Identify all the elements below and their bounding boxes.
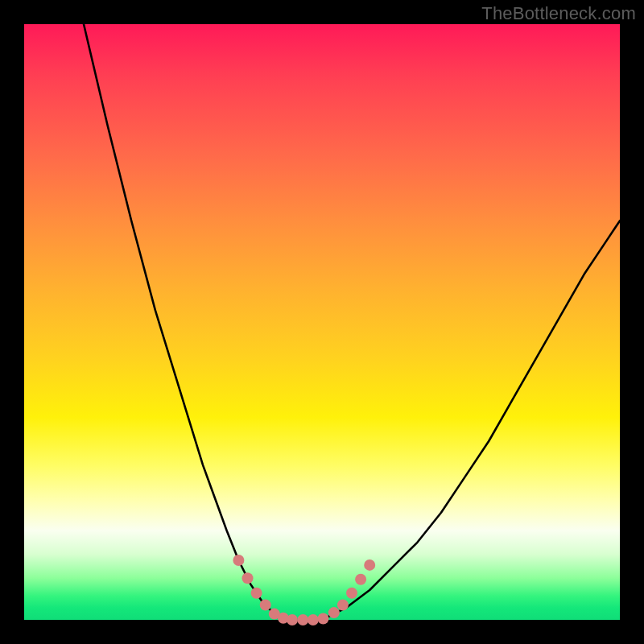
curve-curve-left bbox=[84, 24, 287, 620]
chart-svg bbox=[24, 24, 620, 620]
highlight-dot bbox=[355, 574, 366, 585]
highlight-dot bbox=[346, 588, 357, 599]
highlight-dot bbox=[297, 614, 308, 625]
highlight-dot bbox=[308, 614, 319, 625]
highlight-dot bbox=[328, 607, 340, 618]
highlight-dot bbox=[242, 572, 254, 584]
highlight-dot bbox=[337, 600, 349, 611]
chart-frame: TheBottleneck.com bbox=[0, 0, 644, 644]
highlight-dot bbox=[233, 555, 244, 566]
highlight-dot bbox=[287, 614, 298, 625]
highlight-dot bbox=[251, 588, 262, 599]
highlight-dot bbox=[260, 600, 271, 611]
highlight-dot bbox=[317, 613, 328, 625]
watermark-label: TheBottleneck.com bbox=[481, 3, 636, 24]
curve-curve-right bbox=[322, 221, 620, 620]
highlight-dot bbox=[364, 559, 375, 571]
